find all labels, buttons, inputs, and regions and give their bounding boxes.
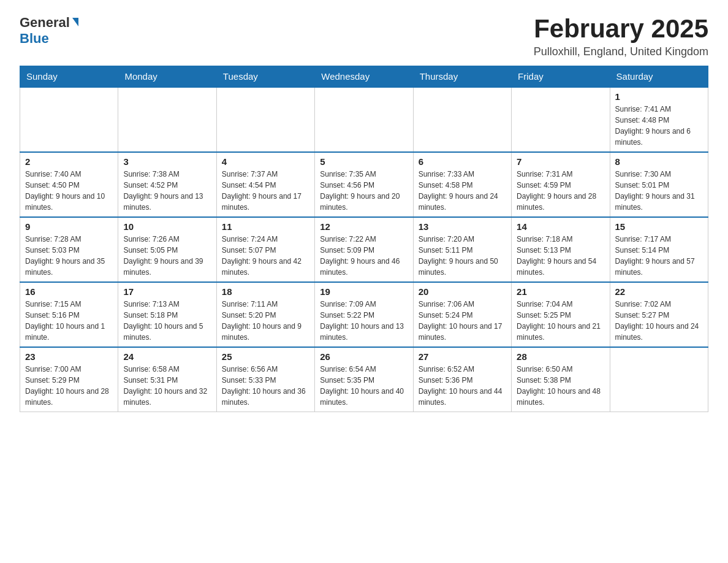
day-info: Sunrise: 7:04 AM Sunset: 5:25 PM Dayligh…: [517, 299, 604, 343]
calendar-cell: 20Sunrise: 7:06 AM Sunset: 5:24 PM Dayli…: [413, 282, 511, 347]
calendar-cell: 17Sunrise: 7:13 AM Sunset: 5:18 PM Dayli…: [118, 282, 216, 347]
calendar-cell: [512, 87, 610, 152]
day-info: Sunrise: 6:56 AM Sunset: 5:33 PM Dayligh…: [222, 364, 309, 408]
location-text: Pulloxhill, England, United Kingdom: [534, 45, 708, 58]
calendar-cell: 24Sunrise: 6:58 AM Sunset: 5:31 PM Dayli…: [118, 347, 216, 412]
day-number: 22: [615, 286, 703, 297]
calendar-cell: 12Sunrise: 7:22 AM Sunset: 5:09 PM Dayli…: [315, 217, 413, 282]
day-info: Sunrise: 6:58 AM Sunset: 5:31 PM Dayligh…: [123, 364, 211, 408]
calendar-cell: 25Sunrise: 6:56 AM Sunset: 5:33 PM Dayli…: [216, 347, 314, 412]
day-number: 10: [123, 221, 211, 232]
calendar-cell: 26Sunrise: 6:54 AM Sunset: 5:35 PM Dayli…: [315, 347, 413, 412]
column-header-monday: Monday: [118, 66, 216, 88]
week-row-4: 16Sunrise: 7:15 AM Sunset: 5:16 PM Dayli…: [20, 282, 708, 347]
calendar-cell: 16Sunrise: 7:15 AM Sunset: 5:16 PM Dayli…: [20, 282, 118, 347]
calendar-cell: 4Sunrise: 7:37 AM Sunset: 4:54 PM Daylig…: [216, 152, 314, 217]
day-info: Sunrise: 7:09 AM Sunset: 5:22 PM Dayligh…: [320, 299, 408, 343]
calendar-cell: [20, 87, 118, 152]
calendar-cell: 9Sunrise: 7:28 AM Sunset: 5:03 PM Daylig…: [20, 217, 118, 282]
column-header-friday: Friday: [512, 66, 610, 88]
week-row-5: 23Sunrise: 7:00 AM Sunset: 5:29 PM Dayli…: [20, 347, 708, 412]
day-number: 12: [320, 221, 408, 232]
day-info: Sunrise: 7:35 AM Sunset: 4:56 PM Dayligh…: [320, 169, 408, 213]
calendar-cell: 14Sunrise: 7:18 AM Sunset: 5:13 PM Dayli…: [512, 217, 610, 282]
day-number: 16: [25, 286, 113, 297]
calendar-cell: 18Sunrise: 7:11 AM Sunset: 5:20 PM Dayli…: [216, 282, 314, 347]
calendar-cell: 8Sunrise: 7:30 AM Sunset: 5:01 PM Daylig…: [610, 152, 708, 217]
column-header-saturday: Saturday: [610, 66, 708, 88]
calendar-cell: [118, 87, 216, 152]
logo-triangle-icon: [72, 18, 78, 26]
column-header-sunday: Sunday: [20, 66, 118, 88]
column-header-tuesday: Tuesday: [216, 66, 314, 88]
day-info: Sunrise: 7:40 AM Sunset: 4:50 PM Dayligh…: [25, 169, 113, 213]
day-info: Sunrise: 7:38 AM Sunset: 4:52 PM Dayligh…: [123, 169, 211, 213]
day-info: Sunrise: 6:52 AM Sunset: 5:36 PM Dayligh…: [419, 364, 506, 408]
calendar-cell: 1Sunrise: 7:41 AM Sunset: 4:48 PM Daylig…: [610, 87, 708, 152]
calendar-cell: 22Sunrise: 7:02 AM Sunset: 5:27 PM Dayli…: [610, 282, 708, 347]
logo: General Blue: [20, 15, 78, 47]
calendar-cell: 13Sunrise: 7:20 AM Sunset: 5:11 PM Dayli…: [413, 217, 511, 282]
logo-blue-text: Blue: [20, 31, 49, 47]
day-info: Sunrise: 7:13 AM Sunset: 5:18 PM Dayligh…: [123, 299, 211, 343]
day-number: 6: [419, 156, 506, 167]
day-number: 17: [123, 286, 211, 297]
day-info: Sunrise: 7:22 AM Sunset: 5:09 PM Dayligh…: [320, 234, 408, 278]
day-info: Sunrise: 7:41 AM Sunset: 4:48 PM Dayligh…: [615, 104, 703, 148]
day-info: Sunrise: 6:50 AM Sunset: 5:38 PM Dayligh…: [517, 364, 604, 408]
page-header: General Blue February 2025 Pulloxhill, E…: [20, 15, 708, 58]
day-info: Sunrise: 7:02 AM Sunset: 5:27 PM Dayligh…: [615, 299, 703, 343]
day-number: 11: [222, 221, 309, 232]
week-row-1: 1Sunrise: 7:41 AM Sunset: 4:48 PM Daylig…: [20, 87, 708, 152]
day-info: Sunrise: 7:31 AM Sunset: 4:59 PM Dayligh…: [517, 169, 604, 213]
day-info: Sunrise: 7:20 AM Sunset: 5:11 PM Dayligh…: [419, 234, 506, 278]
logo-general-text: General: [20, 15, 70, 31]
day-info: Sunrise: 7:30 AM Sunset: 5:01 PM Dayligh…: [615, 169, 703, 213]
day-number: 13: [419, 221, 506, 232]
column-header-wednesday: Wednesday: [315, 66, 413, 88]
day-info: Sunrise: 7:33 AM Sunset: 4:58 PM Dayligh…: [419, 169, 506, 213]
calendar-cell: 3Sunrise: 7:38 AM Sunset: 4:52 PM Daylig…: [118, 152, 216, 217]
day-number: 3: [123, 156, 211, 167]
day-info: Sunrise: 7:15 AM Sunset: 5:16 PM Dayligh…: [25, 299, 113, 343]
day-info: Sunrise: 7:18 AM Sunset: 5:13 PM Dayligh…: [517, 234, 604, 278]
calendar-cell: [610, 347, 708, 412]
day-info: Sunrise: 7:24 AM Sunset: 5:07 PM Dayligh…: [222, 234, 309, 278]
calendar-cell: 19Sunrise: 7:09 AM Sunset: 5:22 PM Dayli…: [315, 282, 413, 347]
calendar-cell: 5Sunrise: 7:35 AM Sunset: 4:56 PM Daylig…: [315, 152, 413, 217]
day-number: 2: [25, 156, 113, 167]
day-number: 26: [320, 351, 408, 362]
calendar-cell: 28Sunrise: 6:50 AM Sunset: 5:38 PM Dayli…: [512, 347, 610, 412]
calendar-cell: 21Sunrise: 7:04 AM Sunset: 5:25 PM Dayli…: [512, 282, 610, 347]
day-number: 15: [615, 221, 703, 232]
day-number: 5: [320, 156, 408, 167]
calendar-cell: 27Sunrise: 6:52 AM Sunset: 5:36 PM Dayli…: [413, 347, 511, 412]
day-number: 1: [615, 91, 703, 102]
day-info: Sunrise: 7:17 AM Sunset: 5:14 PM Dayligh…: [615, 234, 703, 278]
day-info: Sunrise: 7:37 AM Sunset: 4:54 PM Dayligh…: [222, 169, 309, 213]
day-number: 18: [222, 286, 309, 297]
day-number: 23: [25, 351, 113, 362]
calendar-cell: 6Sunrise: 7:33 AM Sunset: 4:58 PM Daylig…: [413, 152, 511, 217]
week-row-2: 2Sunrise: 7:40 AM Sunset: 4:50 PM Daylig…: [20, 152, 708, 217]
day-number: 4: [222, 156, 309, 167]
calendar-cell: 7Sunrise: 7:31 AM Sunset: 4:59 PM Daylig…: [512, 152, 610, 217]
day-info: Sunrise: 7:11 AM Sunset: 5:20 PM Dayligh…: [222, 299, 309, 343]
title-block: February 2025 Pulloxhill, England, Unite…: [534, 15, 708, 58]
month-title: February 2025: [534, 15, 708, 43]
day-number: 9: [25, 221, 113, 232]
day-number: 20: [419, 286, 506, 297]
column-header-thursday: Thursday: [413, 66, 511, 88]
day-info: Sunrise: 7:26 AM Sunset: 5:05 PM Dayligh…: [123, 234, 211, 278]
calendar-cell: 11Sunrise: 7:24 AM Sunset: 5:07 PM Dayli…: [216, 217, 314, 282]
day-number: 7: [517, 156, 604, 167]
day-number: 28: [517, 351, 604, 362]
day-info: Sunrise: 7:06 AM Sunset: 5:24 PM Dayligh…: [419, 299, 506, 343]
calendar-cell: [413, 87, 511, 152]
calendar-cell: 15Sunrise: 7:17 AM Sunset: 5:14 PM Dayli…: [610, 217, 708, 282]
day-number: 25: [222, 351, 309, 362]
calendar-cell: [216, 87, 314, 152]
day-number: 24: [123, 351, 211, 362]
day-number: 27: [419, 351, 506, 362]
calendar-cell: 2Sunrise: 7:40 AM Sunset: 4:50 PM Daylig…: [20, 152, 118, 217]
